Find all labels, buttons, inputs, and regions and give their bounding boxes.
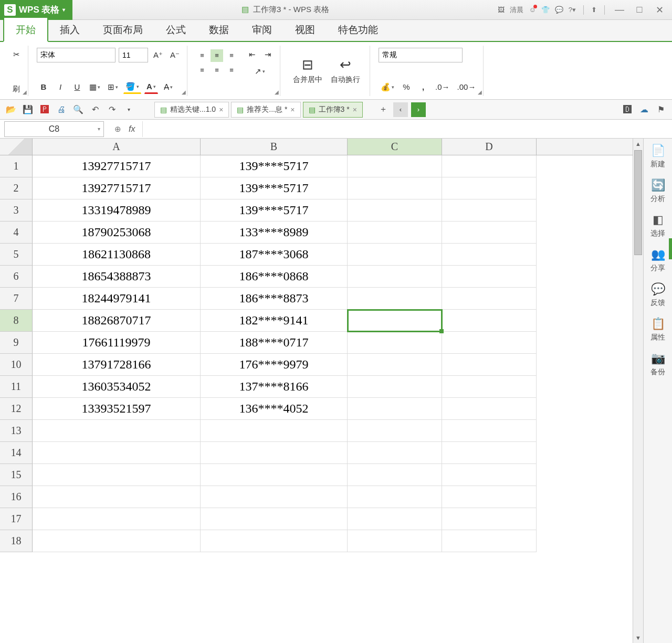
cell[interactable]: 13791728166 bbox=[33, 354, 201, 376]
cell[interactable]: 18621130868 bbox=[33, 244, 201, 266]
cell[interactable] bbox=[348, 376, 442, 398]
cell[interactable]: 139****5717 bbox=[201, 155, 348, 177]
cell[interactable]: 136****4052 bbox=[201, 398, 348, 420]
cell[interactable] bbox=[348, 288, 442, 310]
cell[interactable] bbox=[442, 199, 537, 222]
doc-tab-1[interactable]: ▤推荐关...息 *× bbox=[231, 102, 300, 118]
menu-tab-2[interactable]: 页面布局 bbox=[91, 18, 154, 41]
menu-tab-7[interactable]: 特色功能 bbox=[327, 18, 390, 41]
row-header[interactable]: 18 bbox=[0, 530, 33, 552]
clipboard-launcher-icon[interactable]: ◢ bbox=[23, 89, 27, 95]
italic-button[interactable]: I bbox=[54, 80, 67, 94]
row-header[interactable]: 17 bbox=[0, 508, 33, 530]
cell[interactable]: 18790253068 bbox=[33, 222, 201, 244]
cell[interactable] bbox=[442, 376, 537, 398]
cell[interactable]: 18244979141 bbox=[33, 288, 201, 310]
cell[interactable] bbox=[33, 442, 201, 464]
menu-tab-5[interactable]: 审阅 bbox=[240, 18, 284, 41]
zoom-fx-icon[interactable]: ⊕ bbox=[114, 124, 121, 134]
cell[interactable] bbox=[442, 332, 537, 354]
underline-button[interactable]: U bbox=[70, 80, 84, 94]
side-panel-选择[interactable]: ◧选择 bbox=[650, 213, 665, 238]
row-header[interactable]: 4 bbox=[0, 222, 33, 244]
decrease-indent-button[interactable]: ⇤ bbox=[245, 48, 259, 61]
cell[interactable]: 13393521597 bbox=[33, 398, 201, 420]
cell[interactable] bbox=[33, 420, 201, 442]
cell[interactable]: 187****3068 bbox=[201, 244, 348, 266]
cell[interactable]: 13603534052 bbox=[33, 376, 201, 398]
col-header-D[interactable]: D bbox=[442, 139, 537, 155]
cell[interactable]: 137****8166 bbox=[201, 376, 348, 398]
scroll-up-icon[interactable]: ▲ bbox=[633, 139, 643, 149]
cell[interactable] bbox=[442, 508, 537, 530]
align-top-center[interactable]: ≡ bbox=[211, 49, 223, 62]
app-badge-caret-icon[interactable]: ▾ bbox=[62, 7, 65, 13]
row-header[interactable]: 3 bbox=[0, 199, 33, 222]
doc-tab-close[interactable]: × bbox=[290, 106, 295, 114]
row-header[interactable]: 12 bbox=[0, 398, 33, 420]
add-tab-button[interactable]: ＋ bbox=[376, 103, 390, 117]
align-top-right[interactable]: ≡ bbox=[225, 49, 238, 62]
notification-icon[interactable]: ☺ bbox=[529, 6, 536, 14]
flag-icon[interactable]: ⚑ bbox=[654, 103, 668, 117]
maximize-button[interactable]: □ bbox=[632, 4, 647, 15]
cell[interactable] bbox=[348, 266, 442, 288]
menu-tab-4[interactable]: 数据 bbox=[197, 18, 240, 41]
cell[interactable] bbox=[348, 420, 442, 442]
side-panel-属性[interactable]: 📋属性 bbox=[650, 317, 665, 342]
scroll-down-icon[interactable]: ▼ bbox=[633, 633, 643, 643]
wechat-icon[interactable]: 💬 bbox=[555, 6, 563, 14]
cell[interactable] bbox=[348, 155, 442, 177]
cell[interactable] bbox=[33, 530, 201, 552]
increase-decimal-button[interactable]: .0→ bbox=[433, 80, 452, 94]
cell[interactable] bbox=[201, 420, 348, 442]
cell[interactable] bbox=[201, 464, 348, 486]
row-header[interactable]: 14 bbox=[0, 442, 33, 464]
doc-tab-close[interactable]: × bbox=[353, 106, 357, 114]
cell[interactable] bbox=[442, 244, 537, 266]
close-button[interactable]: ✕ bbox=[652, 4, 667, 16]
tshirt-icon[interactable]: 👕 bbox=[541, 6, 550, 14]
cell[interactable] bbox=[348, 464, 442, 486]
cell[interactable] bbox=[442, 155, 537, 177]
cell[interactable]: 139****5717 bbox=[201, 199, 348, 222]
cell[interactable]: 188****0717 bbox=[201, 332, 348, 354]
cell[interactable] bbox=[348, 442, 442, 464]
cell[interactable] bbox=[201, 486, 348, 508]
decrease-font-button[interactable]: A⁻ bbox=[168, 48, 182, 62]
cell[interactable]: 18654388873 bbox=[33, 266, 201, 288]
qat-more-icon[interactable]: ▾ bbox=[122, 103, 135, 117]
col-header-A[interactable]: A bbox=[33, 139, 201, 155]
row-header[interactable]: 11 bbox=[0, 376, 33, 398]
row-header[interactable]: 15 bbox=[0, 464, 33, 486]
user-label[interactable]: 清晨 bbox=[510, 5, 523, 15]
avatar-icon[interactable]: 🖼 bbox=[498, 6, 505, 14]
row-header[interactable]: 2 bbox=[0, 177, 33, 199]
vertical-scrollbar[interactable]: ▲ ▼ bbox=[633, 139, 643, 643]
align-launcher-icon[interactable]: ◢ bbox=[275, 89, 279, 95]
align-bottom-center[interactable]: ≡ bbox=[211, 64, 223, 77]
cell[interactable] bbox=[348, 332, 442, 354]
cell[interactable] bbox=[348, 398, 442, 420]
cell[interactable] bbox=[348, 486, 442, 508]
upload-icon[interactable]: ⬆ bbox=[591, 6, 597, 14]
doc-tab-0[interactable]: ▤精选关键...1.0× bbox=[154, 102, 229, 118]
cell[interactable] bbox=[442, 222, 537, 244]
cell[interactable] bbox=[442, 354, 537, 376]
font-launcher-icon[interactable]: ◢ bbox=[182, 89, 186, 95]
font-size-select[interactable] bbox=[119, 48, 148, 62]
row-header[interactable]: 6 bbox=[0, 266, 33, 288]
cell[interactable]: 182****9141 bbox=[201, 310, 348, 332]
cell[interactable] bbox=[201, 530, 348, 552]
doc-tab-close[interactable]: × bbox=[219, 106, 223, 114]
cell[interactable] bbox=[442, 464, 537, 486]
align-top-left[interactable]: ≡ bbox=[196, 49, 208, 62]
formula-input[interactable] bbox=[142, 121, 672, 137]
wrap-text-button[interactable]: ↩ 自动换行 bbox=[327, 48, 364, 94]
font-color-button[interactable]: A bbox=[144, 80, 158, 94]
percent-button[interactable]: % bbox=[400, 80, 413, 94]
cell[interactable] bbox=[348, 508, 442, 530]
align-bottom-right[interactable]: ≡ bbox=[225, 64, 238, 77]
cell[interactable] bbox=[442, 530, 537, 552]
cell[interactable]: 18826870717 bbox=[33, 310, 201, 332]
